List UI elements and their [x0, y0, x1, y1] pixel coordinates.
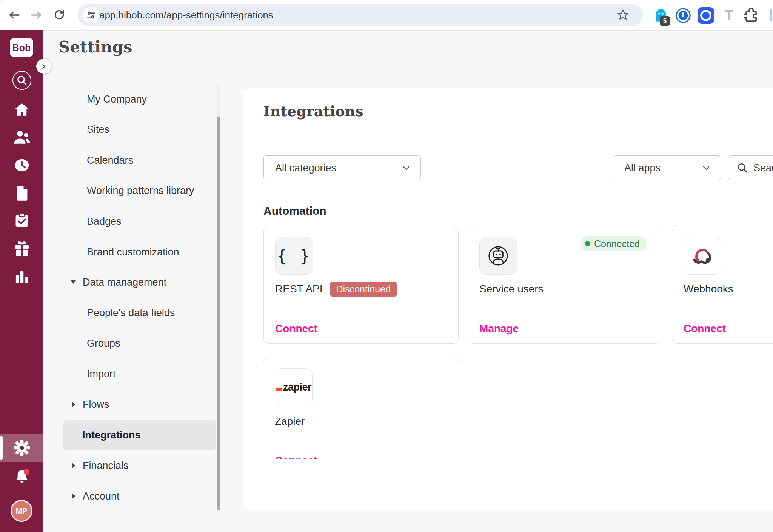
bookmark-star-button[interactable] [617, 9, 629, 23]
blue-app-icon [698, 7, 714, 24]
card-title: Zapier [275, 415, 305, 427]
sidebar-item-documents[interactable] [0, 183, 43, 204]
panel-divider [243, 132, 773, 132]
chevron-right-icon[interactable] [72, 401, 75, 407]
browser-toolbar: app.hibob.com/app-settings/integrations … [0, 0, 773, 31]
connect-link[interactable]: Connect [275, 455, 317, 459]
category-filter-value: All categories [275, 162, 336, 174]
connected-status-badge: Connected [581, 236, 647, 251]
sidebar-item-home[interactable] [0, 99, 43, 120]
rest-api-icon: { } [275, 237, 313, 275]
nav-item-data-management[interactable]: Data management [83, 275, 166, 290]
braces-icon: { } [277, 246, 311, 266]
gear-icon [13, 439, 31, 457]
nav-item-integrations[interactable]: Integrations [82, 427, 141, 443]
nav-item-brand-customization[interactable]: Brand customization [87, 244, 179, 260]
chevron-right-icon[interactable] [72, 463, 75, 469]
chevron-down-icon [702, 163, 711, 174]
card-rest-api[interactable]: { } REST API Discontinued Connect [263, 226, 459, 344]
sidebar-item-search[interactable] [0, 70, 43, 91]
tune-icon [86, 10, 96, 20]
sidebar-item-notifications[interactable] [0, 466, 43, 487]
webhook-icon [690, 244, 714, 268]
forward-button[interactable] [29, 8, 43, 22]
zapier-logo: zapier [276, 381, 311, 393]
extensions-menu-button[interactable] [743, 7, 760, 24]
card-service-users[interactable]: Connected Service users Manage [468, 226, 661, 344]
document-icon [15, 185, 29, 201]
chevron-down-icon [402, 163, 411, 174]
connected-label: Connected [594, 238, 640, 249]
card-title: Service users [479, 283, 544, 295]
nav-item-my-company[interactable]: My Company [87, 92, 147, 107]
bob-logo[interactable]: Bob [10, 38, 33, 57]
back-button[interactable] [8, 8, 21, 22]
app-sidebar: Bob [0, 30, 43, 532]
nav-item-financials[interactable]: Financials [83, 458, 129, 473]
card-webhooks[interactable]: Webhooks Connect [672, 226, 773, 344]
nav-item-badges[interactable]: Badges [87, 214, 122, 229]
nav-item-sites[interactable]: Sites [87, 122, 109, 137]
sidebar-item-people[interactable] [0, 127, 43, 148]
card-title: REST API [275, 283, 323, 295]
chevron-right-icon [40, 63, 48, 70]
sidebar-item-settings[interactable] [0, 437, 43, 458]
back-arrow-icon [8, 8, 21, 22]
url-text[interactable]: app.hibob.com/app-settings/integrations [99, 4, 273, 26]
zapier-icon-box: zapier [275, 368, 313, 406]
search-input[interactable] [753, 162, 773, 174]
site-settings-button[interactable] [83, 7, 99, 23]
nav-item-peoples-data-fields[interactable]: People's data fields [87, 305, 175, 320]
sidebar-item-analytics[interactable] [0, 266, 43, 288]
url-bar[interactable]: app.hibob.com/app-settings/integrations [78, 4, 643, 26]
star-icon [617, 9, 629, 21]
nav-item-flows[interactable]: Flows [83, 397, 109, 412]
nav-item-import[interactable]: Import [87, 366, 116, 381]
reload-button[interactable] [53, 8, 66, 22]
clock-icon [14, 158, 30, 173]
sidebar-expand-button[interactable] [36, 59, 51, 74]
toolbar-edge-sliver [770, 9, 772, 21]
apps-filter-value: All apps [624, 162, 661, 174]
discontinued-badge: Discontinued [330, 282, 397, 297]
search-icon [737, 162, 748, 174]
extension-blue-app-button[interactable] [697, 7, 714, 24]
avatar[interactable]: MP [11, 500, 32, 522]
gift-icon [14, 241, 30, 257]
nav-item-working-patterns[interactable]: Working patterns library [87, 183, 194, 198]
nav-item-groups[interactable]: Groups [87, 336, 120, 351]
screen: app.hibob.com/app-settings/integrations … [0, 0, 773, 532]
card-title: Webhooks [684, 283, 733, 295]
nav-item-account[interactable]: Account [83, 489, 120, 504]
service-users-icon [479, 237, 517, 275]
chevron-right-icon[interactable] [72, 493, 75, 499]
sidebar-item-tasks[interactable] [0, 210, 43, 231]
header-divider [43, 66, 773, 66]
home-icon [14, 102, 30, 117]
category-filter-dropdown[interactable]: All categories [263, 155, 421, 180]
robot-icon [487, 244, 510, 268]
reload-icon [53, 8, 66, 21]
connected-dot-icon [585, 241, 590, 246]
zapier-underscore-icon [276, 388, 282, 391]
connect-link[interactable]: Connect [275, 323, 317, 335]
1password-icon [675, 8, 691, 23]
section-title-automation: Automation [263, 204, 326, 217]
connect-link[interactable]: Connect [684, 323, 726, 335]
extension-1password-button[interactable] [674, 7, 692, 24]
search-field[interactable] [728, 155, 773, 180]
chevron-down-icon[interactable] [70, 280, 76, 284]
apps-filter-dropdown[interactable]: All apps [613, 155, 721, 180]
people-icon [13, 130, 31, 145]
sidebar-item-time[interactable] [0, 155, 43, 176]
sidebar-item-benefits[interactable] [0, 238, 43, 260]
puzzle-icon [744, 8, 759, 23]
panel-title: Integrations [263, 103, 363, 120]
card-zapier[interactable]: zapier Zapier Connect [263, 357, 458, 459]
extension-t-button[interactable]: T [720, 7, 738, 24]
bar-chart-icon [15, 270, 29, 284]
nav-item-calendars[interactable]: Calendars [87, 153, 133, 168]
nav-scrollbar-thumb[interactable] [217, 117, 220, 510]
extension-badge: 5 [660, 16, 670, 26]
manage-link[interactable]: Manage [479, 323, 519, 335]
